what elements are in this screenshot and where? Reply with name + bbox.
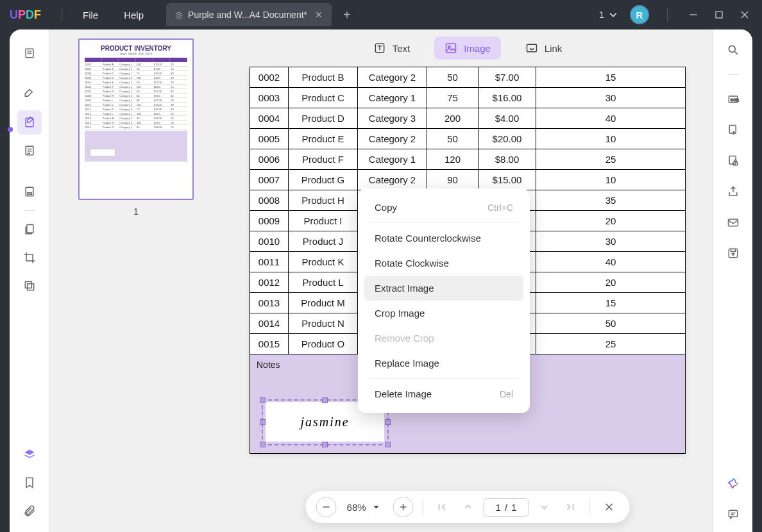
- zoom-level[interactable]: 68%: [342, 501, 388, 513]
- table-cell: 90: [427, 170, 478, 190]
- first-page-button[interactable]: [432, 497, 453, 517]
- table-cell: Product O: [289, 334, 358, 354]
- context-menu: CopyCtrl+C Rotate Counterclockwise Rotat…: [358, 188, 530, 413]
- prev-page-button[interactable]: [458, 497, 478, 517]
- table-cell: Product C: [289, 88, 358, 108]
- table-cell: 120: [427, 149, 478, 170]
- ctx-extract-image[interactable]: Extract Image: [364, 276, 523, 301]
- zoom-in-button[interactable]: [393, 497, 414, 517]
- table-cell: 0005: [250, 129, 289, 149]
- tool-form[interactable]: [17, 179, 42, 204]
- separator: [369, 378, 518, 379]
- table-cell: Product E: [289, 129, 358, 149]
- separator: [728, 74, 738, 75]
- document-tab[interactable]: ◎ Purple and W...A4 Document* ✕: [166, 3, 332, 26]
- svg-rect-35: [729, 510, 737, 517]
- titlebar: UPDF File Help ◎ Purple and W...A4 Docum…: [0, 0, 762, 29]
- close-bar-button[interactable]: [598, 497, 619, 517]
- share-button[interactable]: [724, 183, 742, 201]
- thumb-date: Date: March 25th 2025: [85, 52, 187, 56]
- table-cell: 0003: [250, 88, 289, 108]
- tool-pages[interactable]: [17, 217, 42, 242]
- menu-file[interactable]: File: [70, 10, 111, 21]
- close-button[interactable]: [737, 7, 752, 22]
- table-cell: 25: [536, 149, 686, 170]
- zoom-out-button[interactable]: [316, 497, 337, 517]
- email-button[interactable]: [724, 213, 742, 231]
- table-cell: Product H: [289, 190, 358, 211]
- ctx-copy[interactable]: CopyCtrl+C: [364, 195, 523, 220]
- mode-text-button[interactable]: Text: [363, 37, 421, 60]
- add-tab-button[interactable]: +: [343, 8, 351, 22]
- tab-close-icon[interactable]: ✕: [315, 10, 323, 20]
- ocr-button[interactable]: OCR: [724, 90, 742, 108]
- search-button[interactable]: [724, 41, 742, 59]
- table-cell: 0015: [250, 334, 289, 354]
- right-toolbar: OCR: [713, 29, 752, 532]
- ctx-replace-image[interactable]: Replace Image: [364, 351, 523, 376]
- image-icon: [444, 42, 457, 54]
- svg-rect-15: [25, 281, 31, 288]
- table-row: 0003Product CCategory 175$16.0030: [250, 88, 686, 108]
- table-cell: Product N: [289, 313, 358, 334]
- table-cell: Product L: [289, 272, 358, 293]
- protect-button[interactable]: [724, 152, 742, 170]
- next-page-button[interactable]: [534, 497, 554, 517]
- menu-help[interactable]: Help: [111, 10, 157, 21]
- table-cell: 50: [427, 67, 478, 88]
- table-row: 0002Product BCategory 250$7.0015: [250, 67, 686, 88]
- user-avatar[interactable]: R: [630, 5, 649, 24]
- table-cell: Product I: [289, 211, 358, 231]
- tool-attach[interactable]: [17, 499, 42, 523]
- table-cell: 0011: [250, 252, 289, 272]
- maximize-button[interactable]: [711, 7, 727, 22]
- signature-text: jasmine: [300, 415, 349, 429]
- table-cell: 30: [536, 231, 686, 252]
- tool-stack[interactable]: [17, 274, 42, 298]
- mode-link-button[interactable]: Link: [515, 37, 573, 60]
- ctx-rotate-cw[interactable]: Rotate Clockwise: [364, 251, 523, 276]
- table-cell: Product M: [289, 293, 358, 313]
- tool-layers[interactable]: [17, 442, 42, 467]
- svg-rect-20: [527, 44, 536, 52]
- ctx-rotate-ccw[interactable]: Rotate Counterclockwise: [364, 226, 523, 251]
- page-thumbnail[interactable]: PRODUCT INVENTORY Date: March 25th 2025 …: [78, 38, 194, 200]
- mode-image-button[interactable]: Image: [434, 37, 501, 60]
- separator: [423, 499, 423, 515]
- table-cell: 0012: [250, 272, 289, 293]
- svg-rect-16: [27, 284, 33, 290]
- main-area: Text Image Link 0002Product BCategory 25…: [223, 29, 713, 532]
- table-cell: Product J: [289, 231, 358, 252]
- chevron-down-icon: [607, 8, 620, 21]
- last-page-button[interactable]: [559, 497, 580, 517]
- table-cell: Category 2: [358, 129, 427, 149]
- zoom-page-bar: 68% 1/1: [306, 491, 630, 523]
- table-cell: 15: [536, 293, 686, 313]
- tool-bookmark[interactable]: [17, 470, 42, 495]
- tab-title: Purple and W...A4 Document*: [188, 10, 307, 20]
- link-icon: [525, 42, 538, 54]
- tool-edit[interactable]: [17, 110, 42, 135]
- tab-doc-icon: ◎: [175, 10, 183, 20]
- ctx-crop-image[interactable]: Crop Image: [364, 301, 523, 326]
- convert-button[interactable]: [724, 121, 742, 139]
- page-indicator-top[interactable]: 1: [599, 8, 620, 21]
- tool-reader[interactable]: [17, 41, 42, 65]
- table-cell: 40: [536, 108, 686, 129]
- svg-line-27: [734, 52, 737, 54]
- table-cell: 0013: [250, 293, 289, 313]
- tool-organize[interactable]: [17, 138, 42, 163]
- tool-crop[interactable]: [17, 245, 42, 270]
- ai-button[interactable]: [724, 474, 742, 492]
- tool-highlight[interactable]: [17, 82, 42, 106]
- minimize-button[interactable]: [686, 7, 701, 22]
- separator: [369, 222, 518, 223]
- ctx-delete-image[interactable]: Delete ImageDel: [364, 381, 523, 406]
- page-input[interactable]: 1/1: [484, 498, 529, 517]
- table-cell: Product K: [289, 252, 358, 272]
- indicator-dot: [8, 127, 13, 132]
- thumbnail-panel: PRODUCT INVENTORY Date: March 25th 2025 …: [49, 29, 223, 532]
- separator: [24, 210, 35, 211]
- comment-button[interactable]: [724, 505, 742, 523]
- save-button[interactable]: [724, 244, 742, 262]
